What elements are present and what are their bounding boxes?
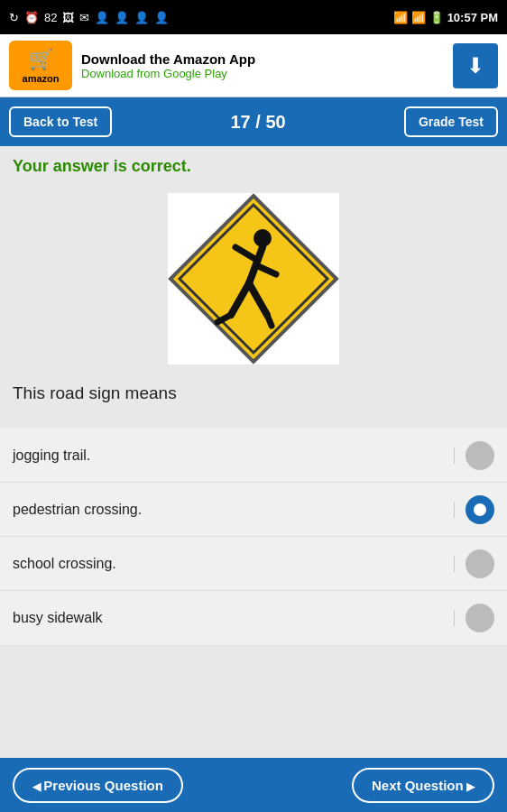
- status-left: ↻ ⏰ 82 🖼 ✉ 👤 👤 👤 👤: [9, 11, 169, 24]
- back-icon: ↻: [9, 11, 19, 24]
- answer-row[interactable]: school crossing.: [0, 537, 507, 591]
- pedestrian-crossing-sign: [163, 189, 344, 369]
- alert-icon3: 👤: [134, 11, 149, 24]
- correct-message: Your answer is correct.: [13, 157, 494, 176]
- status-right: 📶 📶 🔋 10:57 PM: [393, 11, 498, 24]
- battery-icon: 🔋: [429, 11, 444, 24]
- ad-title: Download the Amazon App: [81, 51, 444, 67]
- question-counter: 17 / 50: [230, 112, 285, 133]
- answer-label-3: school crossing.: [13, 556, 116, 571]
- answer-label-2: pedestrian crossing.: [13, 502, 142, 517]
- time-display: 10:57 PM: [447, 11, 498, 24]
- alarm-icon: ⏰: [24, 11, 39, 24]
- amazon-logo: 🛒 amazon: [9, 41, 72, 90]
- next-question-button[interactable]: Next Question: [352, 768, 494, 803]
- answer-label-4: busy sidewalk: [13, 610, 103, 625]
- alert-icon1: 👤: [95, 11, 109, 24]
- amazon-text: amazon: [23, 73, 60, 84]
- answer-row[interactable]: busy sidewalk: [0, 591, 507, 645]
- image-icon: 🖼: [62, 11, 74, 24]
- answers-container: jogging trail.pedestrian crossing.school…: [0, 429, 507, 645]
- sign-container: [13, 189, 494, 369]
- svg-line-10: [267, 315, 272, 326]
- answer-label-1: jogging trail.: [13, 448, 90, 463]
- radio-button-3[interactable]: [466, 549, 494, 578]
- cart-icon: 🛒: [29, 48, 53, 71]
- answer-row[interactable]: jogging trail.: [0, 429, 507, 483]
- ad-download-button[interactable]: ⬇: [453, 43, 498, 88]
- ad-subtitle: Download from Google Play: [81, 67, 444, 80]
- bottom-nav: Previous Question Next Question: [0, 758, 507, 812]
- main-content: Your answer is correct.: [0, 146, 507, 429]
- signal-icon: 📶: [411, 11, 426, 24]
- back-to-test-button[interactable]: Back to Test: [9, 106, 112, 137]
- status-bar: ↻ ⏰ 82 🖼 ✉ 👤 👤 👤 👤 📶 📶 🔋 10:57 PM: [0, 0, 507, 34]
- battery-level: 82: [44, 11, 57, 24]
- radio-button-2[interactable]: [466, 495, 494, 524]
- wifi-icon: 📶: [393, 11, 408, 24]
- radio-button-4[interactable]: [466, 604, 494, 632]
- msg-icon: ✉: [79, 11, 89, 24]
- grade-test-button[interactable]: Grade Test: [404, 106, 498, 137]
- alert-icon2: 👤: [115, 11, 129, 24]
- ad-banner[interactable]: 🛒 amazon Download the Amazon App Downloa…: [0, 34, 507, 97]
- alert-icon4: 👤: [154, 11, 169, 24]
- nav-bar: Back to Test 17 / 50 Grade Test: [0, 97, 507, 146]
- question-text: This road sign means: [13, 383, 494, 403]
- answer-row[interactable]: pedestrian crossing.: [0, 483, 507, 537]
- previous-question-button[interactable]: Previous Question: [13, 768, 183, 803]
- radio-button-1[interactable]: [466, 441, 494, 470]
- ad-text: Download the Amazon App Download from Go…: [81, 51, 444, 80]
